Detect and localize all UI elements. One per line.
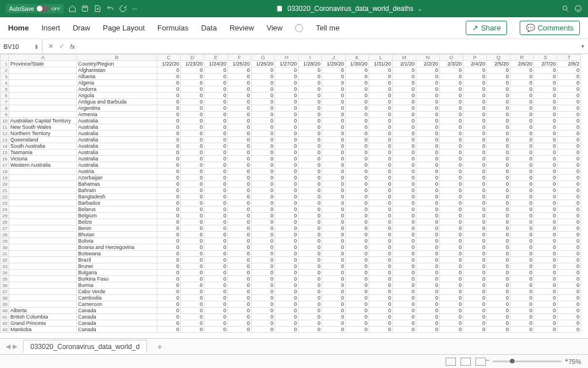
cell[interactable]: 0 [463, 206, 487, 213]
cell[interactable]: 0 [416, 206, 440, 213]
cell[interactable]: 0 [416, 282, 440, 289]
cell[interactable]: 0 [440, 67, 463, 74]
cell[interactable]: 0 [416, 327, 440, 333]
cell[interactable]: 0 [463, 187, 487, 194]
cell[interactable]: 0 [181, 289, 204, 295]
cell[interactable]: 0 [558, 181, 581, 187]
tab-review[interactable]: Review [230, 24, 254, 32]
row-header[interactable]: 38 [1, 295, 9, 301]
cell[interactable]: 0 [393, 301, 416, 308]
cell[interactable]: 0 [228, 168, 252, 175]
cell[interactable]: 0 [204, 194, 228, 200]
cell[interactable]: 0 [299, 289, 322, 295]
cell[interactable]: 0 [440, 80, 463, 86]
cell[interactable]: 0 [252, 282, 275, 289]
row-header[interactable]: 20 [1, 181, 9, 187]
cell[interactable]: 2/8/2 [558, 61, 581, 67]
cell[interactable]: 0 [322, 327, 346, 333]
cell[interactable]: 0 [252, 118, 275, 124]
cell[interactable]: 0 [181, 124, 204, 131]
autosave-toggle[interactable]: AutoSave OFF [6, 4, 64, 13]
cell[interactable]: 0 [558, 131, 581, 137]
cell[interactable]: 0 [157, 194, 181, 200]
cell[interactable]: 0 [416, 175, 440, 181]
cell[interactable]: 0 [322, 301, 346, 308]
cell[interactable]: 0 [322, 232, 346, 238]
row-header[interactable]: 32 [1, 257, 9, 263]
cell[interactable]: 0 [463, 232, 487, 238]
cell[interactable] [9, 105, 77, 112]
row-header[interactable]: 8 [1, 105, 9, 112]
cell[interactable]: Cambodia [77, 295, 157, 301]
cell[interactable]: 0 [252, 213, 275, 219]
cell[interactable]: 0 [228, 251, 252, 257]
cell[interactable]: 0 [510, 213, 534, 219]
cell[interactable]: 0 [534, 200, 558, 206]
cell[interactable]: 0 [275, 181, 299, 187]
tab-draw[interactable]: Draw [73, 24, 90, 32]
col-header[interactable]: Q [487, 55, 510, 61]
row-header[interactable]: 41 [1, 314, 9, 320]
cell[interactable]: Western Australia [9, 162, 77, 168]
cell[interactable]: 0 [440, 282, 463, 289]
cell[interactable]: 0 [416, 112, 440, 118]
cell[interactable]: 0 [228, 93, 252, 99]
cell[interactable]: 0 [510, 206, 534, 213]
export-icon[interactable] [94, 5, 102, 13]
cell[interactable]: 0 [157, 137, 181, 143]
cell[interactable]: 0 [534, 67, 558, 74]
cell[interactable]: 0 [299, 175, 322, 181]
cell[interactable]: 0 [181, 251, 204, 257]
cell[interactable]: 0 [463, 213, 487, 219]
cell[interactable]: 0 [463, 314, 487, 320]
cell[interactable]: 0 [252, 263, 275, 270]
cell[interactable]: 0 [157, 263, 181, 270]
cell[interactable]: 2/3/20 [440, 61, 463, 67]
cell[interactable]: 0 [369, 137, 393, 143]
row-header[interactable]: 9 [1, 112, 9, 118]
cell[interactable]: 0 [346, 162, 369, 168]
cell[interactable]: 0 [393, 181, 416, 187]
cell[interactable]: 0 [510, 112, 534, 118]
cell[interactable]: 0 [440, 200, 463, 206]
cell[interactable]: 0 [534, 301, 558, 308]
cell[interactable]: 0 [204, 276, 228, 282]
cell[interactable]: 0 [157, 150, 181, 156]
cell[interactable]: 0 [416, 244, 440, 251]
cell[interactable]: 0 [346, 206, 369, 213]
cell[interactable]: 0 [487, 295, 510, 301]
cell[interactable]: 0 [416, 187, 440, 194]
cell[interactable]: 0 [558, 314, 581, 320]
cell[interactable]: Australia [77, 143, 157, 150]
cell[interactable]: 0 [487, 181, 510, 187]
cell[interactable]: 0 [393, 168, 416, 175]
cell[interactable]: 0 [275, 67, 299, 74]
cell[interactable]: 0 [228, 276, 252, 282]
cell[interactable] [9, 238, 77, 244]
cell[interactable]: 0 [252, 320, 275, 327]
cell[interactable]: 0 [322, 257, 346, 263]
cell[interactable]: 0 [157, 99, 181, 105]
cell[interactable]: 0 [416, 86, 440, 93]
cell[interactable]: 0 [463, 270, 487, 276]
cell[interactable]: 0 [510, 131, 534, 137]
cell[interactable]: 0 [463, 282, 487, 289]
cell[interactable]: 0 [252, 295, 275, 301]
cell[interactable]: 0 [204, 244, 228, 251]
cell[interactable]: 0 [393, 194, 416, 200]
cell[interactable]: 0 [322, 112, 346, 118]
row-header[interactable]: 35 [1, 276, 9, 282]
cell[interactable]: 0 [322, 124, 346, 131]
cell[interactable]: 0 [416, 301, 440, 308]
cell[interactable]: 0 [346, 131, 369, 137]
cell[interactable]: 0 [534, 118, 558, 124]
cell[interactable]: 0 [369, 194, 393, 200]
cell[interactable]: 0 [228, 143, 252, 150]
cell[interactable] [9, 206, 77, 213]
name-box[interactable]: BV10 ▲▼ [0, 39, 42, 53]
cell[interactable]: 0 [322, 143, 346, 150]
cell[interactable]: 0 [440, 314, 463, 320]
cell[interactable]: 0 [252, 86, 275, 93]
cell[interactable]: 0 [534, 99, 558, 105]
cell[interactable]: 0 [487, 137, 510, 143]
